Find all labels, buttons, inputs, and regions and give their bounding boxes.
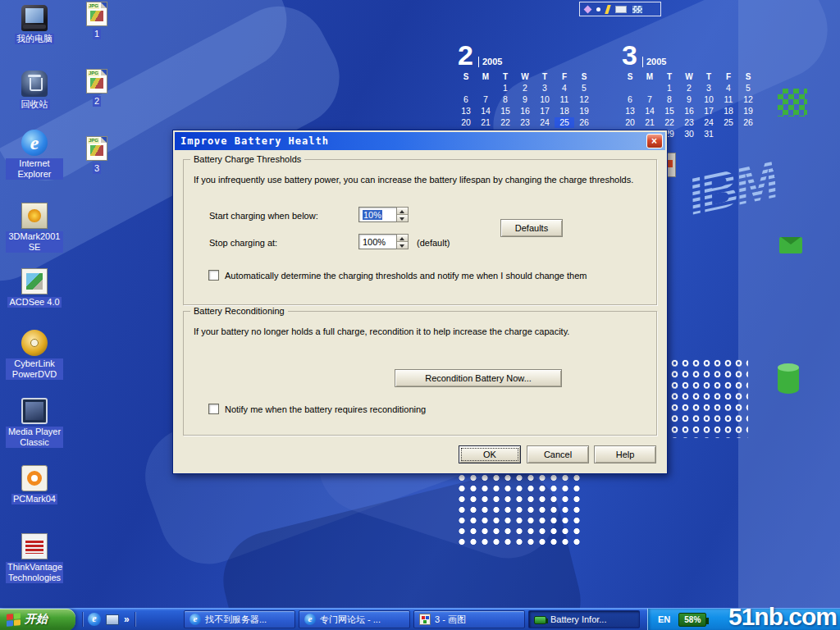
calendar-weekday: M <box>476 71 495 82</box>
calendar-weekday: W <box>679 71 699 82</box>
acdsee-icon <box>21 268 48 294</box>
desktop-icon-powerdvd[interactable]: CyberLink PowerDVD <box>5 330 64 380</box>
calendar-weekday: T <box>699 71 719 82</box>
keyboard-icon <box>615 6 627 13</box>
ie-icon <box>189 614 201 625</box>
calendar-day: 15 <box>495 106 515 116</box>
thresholds-description: If you infrequently use battery power, y… <box>194 175 646 185</box>
ie-quicklaunch-icon[interactable] <box>88 613 101 626</box>
ie-icon <box>21 130 48 156</box>
taskbar-task[interactable]: 专门网论坛 - ... <box>299 610 410 628</box>
calendar-day: 16 <box>515 106 535 116</box>
calendar-day: 8 <box>495 94 515 105</box>
desktop-icon-jpg-3[interactable]: JPG3 <box>74 136 120 174</box>
wallpaper-envelope-icon <box>779 237 802 253</box>
language-indicator[interactable]: EN <box>658 614 670 624</box>
spin-up-icon[interactable] <box>397 208 408 215</box>
stop-charging-input[interactable]: 100% <box>358 234 396 249</box>
recondition-battery-now-button[interactable]: Recondition Battery Now... <box>395 369 562 387</box>
taskbar-task[interactable]: 找不到服务器... <box>184 610 295 628</box>
desktop-icon-recycle[interactable]: 回收站 <box>5 71 64 110</box>
notify-reconditioning-checkbox[interactable] <box>208 404 219 414</box>
reconditioning-description: If your battery no longer holds a full c… <box>194 326 646 336</box>
calendar-day: 9 <box>515 94 535 105</box>
calendar-weekday: S <box>574 71 594 82</box>
calendar-weekday: T <box>535 71 555 82</box>
calendar-day: 12 <box>574 94 594 105</box>
dialog-body: Battery Charge Thresholds If you infrequ… <box>175 150 665 472</box>
calendar-day: 22 <box>660 117 679 128</box>
calendar-day: 21 <box>476 117 495 128</box>
battery-tray-icon[interactable]: 58% <box>678 613 706 627</box>
desktop-icon-threedmark[interactable]: 3DMark2001 SE <box>5 203 64 253</box>
close-icon[interactable]: × <box>646 134 663 148</box>
wallpaper-ring-grid <box>669 358 748 438</box>
cancel-button[interactable]: Cancel <box>527 445 589 463</box>
calendar-day: 23 <box>515 117 535 128</box>
calendar-day: 4 <box>719 83 738 94</box>
ok-button[interactable]: OK <box>459 445 521 463</box>
defaults-button[interactable]: Defaults <box>500 219 563 237</box>
spin-buttons <box>396 207 409 222</box>
desktop-icon-tvt[interactable]: ThinkVantage Technologies <box>5 533 64 583</box>
help-button[interactable]: Help <box>594 445 656 463</box>
calendar-day: 13 <box>620 106 640 116</box>
desktop-icon-label: 1 <box>93 29 101 39</box>
desktop-icon-jpg-1[interactable]: JPG1 <box>74 2 120 39</box>
recycle-icon <box>21 71 48 97</box>
desktop-icon-mycomputer[interactable]: 我的电脑 <box>5 5 64 44</box>
desktop-icon-ie[interactable]: Internet Explorer <box>5 130 64 180</box>
desktop-icon-label: 回收站 <box>20 99 50 110</box>
calendar-day: 1 <box>660 83 679 94</box>
desktop-icon-label: Internet Explorer <box>6 158 63 180</box>
calendar-day: 20 <box>456 117 476 128</box>
calendar-day <box>738 129 758 139</box>
calendar-weekday: S <box>456 71 476 82</box>
dialog-titlebar[interactable]: Improve Battery Health × <box>175 132 665 150</box>
calendar-day: 9 <box>679 94 699 105</box>
auto-determine-checkbox-label: Automatically determine the charging thr… <box>225 271 587 281</box>
jpg-badge: JPG <box>88 138 99 144</box>
desktop-icon-acdsee[interactable]: ACDSee 4.0 <box>5 268 64 308</box>
start-charging-input[interactable]: 10% <box>358 207 396 222</box>
calendar-weekday: S <box>738 71 758 82</box>
desktop-icon-pcmark[interactable]: PCMark04 <box>5 465 64 504</box>
start-button[interactable]: 开始 <box>0 609 75 630</box>
spin-down-icon[interactable] <box>397 242 408 249</box>
calendar-day: 20 <box>620 117 640 128</box>
battery-icon <box>534 616 546 624</box>
show-desktop-icon[interactable] <box>106 614 119 625</box>
calendar-weekday: S <box>620 71 640 82</box>
start-charging-value: 10% <box>363 210 382 220</box>
chevron-expand-icon[interactable]: » <box>124 614 130 625</box>
spin-up-icon[interactable] <box>397 235 408 242</box>
calendar-day: 4 <box>555 83 574 94</box>
desktop-icon-mpc[interactable]: Media Player Classic <box>5 398 64 448</box>
stop-charging-value: 100% <box>363 237 386 247</box>
dot-icon <box>596 7 600 11</box>
task-label: 3 - 画图 <box>435 614 466 626</box>
auto-determine-checkbox[interactable] <box>208 270 219 281</box>
task-label: 找不到服务器... <box>205 614 267 626</box>
calendar-day <box>620 83 640 94</box>
calendar-day: 19 <box>738 106 758 116</box>
taskbar-task[interactable]: Battery Infor... <box>528 610 640 628</box>
calendar-day: 2 <box>515 83 535 94</box>
calendar-header: 3 2005 <box>622 43 758 67</box>
spin-down-icon[interactable] <box>397 215 408 221</box>
calendar-day: 3 <box>699 83 719 94</box>
calendar-day: 24 <box>535 117 555 128</box>
mpc-icon <box>21 398 48 424</box>
calendar-weekday: F <box>555 71 574 82</box>
calendar-day: 7 <box>476 94 495 105</box>
calendar-day: 30 <box>679 129 699 139</box>
calendar-day: 18 <box>719 106 738 116</box>
taskbar-task[interactable]: 3 - 画图 <box>413 610 525 628</box>
desktop-icon-jpg-2[interactable]: JPG2 <box>74 69 120 107</box>
calendar-weekday: T <box>495 71 515 82</box>
calendar-day: 6 <box>620 94 640 105</box>
calendar-day: 10 <box>535 94 555 105</box>
calendar-day: 13 <box>456 106 476 116</box>
calendar-day: 23 <box>679 117 699 128</box>
calendar-day <box>640 83 660 94</box>
